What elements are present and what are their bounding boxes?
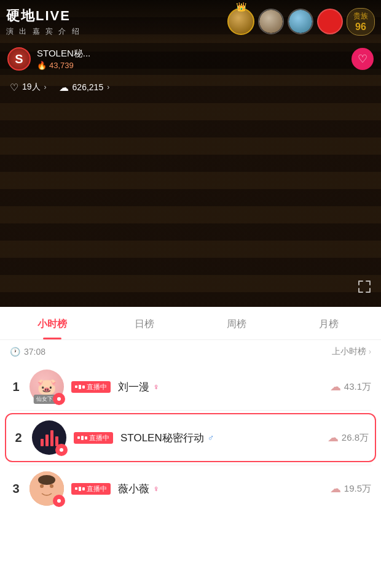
heart-icon: ♡ <box>358 52 367 66</box>
tab-hourly[interactable]: 小时榜 <box>6 307 98 339</box>
gender-icon-3: ♀ <box>153 484 160 493</box>
score-value-1: 43.1万 <box>344 381 371 393</box>
cloud-stat-icon: ☁ <box>59 82 69 93</box>
crown-icon: 👑 <box>236 2 246 12</box>
score-value-2: 26.8万 <box>342 432 369 444</box>
time-left: 🕐 37:08 <box>10 347 45 357</box>
tab-weekly[interactable]: 周榜 <box>190 307 283 339</box>
rank-mid-2: 直播中 STOLEN秘密行动 ♂ <box>74 431 320 445</box>
time-row: 🕐 37:08 上小时榜 › <box>0 340 381 363</box>
avatar-3[interactable] <box>288 9 313 34</box>
rank-mid-3: 直播中 薇小薇 ♀ <box>71 482 323 496</box>
avatar-3-img <box>289 10 312 33</box>
cloud-score-icon-1: ☁ <box>330 380 341 393</box>
tab-monthly[interactable]: 月榜 <box>283 307 375 339</box>
live-tag-1: 直播中 <box>71 381 111 393</box>
rank-list: 1 🐷 仙女下... 直播中 刘一漫 ♀ ☁ <box>0 363 381 512</box>
live-tag-text-2: 直播中 <box>89 433 109 443</box>
svg-rect-3 <box>50 430 53 446</box>
tab-monthly-label: 月榜 <box>319 319 339 329</box>
gender-icon-1: ♀ <box>153 382 160 392</box>
top-right-icons: 👑 贵族 96 <box>227 8 375 36</box>
fans-arrow: › <box>44 83 47 91</box>
rank-name-1: 刘一漫 <box>118 380 149 394</box>
top-bar: 硬地LIVE 演 出 嘉 宾 介 绍 👑 贵族 96 <box>0 0 381 43</box>
svg-point-0 <box>57 397 61 401</box>
rank-number-2: 2 <box>12 431 25 445</box>
avatar-gold <box>227 8 254 35</box>
live-tag-2: 直播中 <box>74 432 113 444</box>
cloud-score-icon-2: ☁ <box>328 431 339 444</box>
rank-avatar-1: 🐷 仙女下... <box>29 369 64 404</box>
svg-rect-2 <box>45 435 49 446</box>
streamer-avatar[interactable]: S <box>7 47 31 71</box>
views-stat[interactable]: ☁ 626,215 › <box>59 82 110 93</box>
heart-stat-icon: ♡ <box>10 82 18 93</box>
clock-icon: 🕐 <box>10 347 20 357</box>
live-tag-3: 直播中 <box>71 483 111 495</box>
rank-name-row-2: 直播中 STOLEN秘密行动 ♂ <box>74 431 320 445</box>
rank-name-row-1: 直播中 刘一漫 ♀ <box>71 380 323 394</box>
streamer-info: STOLEN秘... 🔥 43,739 <box>37 48 345 70</box>
rank-item-3[interactable]: 3 <box>0 465 381 512</box>
svg-rect-1 <box>41 439 44 446</box>
noble-badge[interactable]: 贵族 96 <box>347 8 375 36</box>
rank-number-1: 1 <box>10 380 22 394</box>
rank-name-row-3: 直播中 薇小薇 ♀ <box>71 482 323 496</box>
live-title: 硬地LIVE <box>6 7 81 25</box>
tabs: 小时榜 日榜 周榜 月榜 <box>0 307 381 340</box>
countdown-time: 37:08 <box>24 347 45 357</box>
rank-number-3: 3 <box>10 482 22 496</box>
rank-score-3: ☁ 19.5万 <box>330 482 371 495</box>
divider-1 <box>10 410 371 411</box>
tab-daily-label: 日榜 <box>135 319 154 329</box>
bottom-panel: 小时榜 日榜 周榜 月榜 🕐 37:08 上小时榜 › 1 🐷 仙女下... <box>0 307 381 588</box>
stats-bar: ♡ 19人 › ☁ 626,215 › <box>0 75 381 99</box>
avatar-2-img <box>259 10 283 33</box>
tab-weekly-label: 周榜 <box>227 319 246 329</box>
last-hour-button[interactable]: 上小时榜 › <box>332 346 371 357</box>
gender-icon-2: ♂ <box>208 433 214 443</box>
score-value-3: 19.5万 <box>344 483 371 495</box>
live-btn-1 <box>53 393 65 405</box>
live-tag-text-1: 直播中 <box>87 382 107 392</box>
cloud-score-icon-3: ☁ <box>330 482 341 495</box>
fans-stat[interactable]: ♡ 19人 › <box>10 82 47 93</box>
noble-number: 96 <box>355 21 366 33</box>
avatar-red[interactable] <box>317 9 343 34</box>
views-count: 626,215 <box>73 82 104 92</box>
rank-mid-1: 直播中 刘一漫 ♀ <box>71 380 323 394</box>
rank-avatar-2 <box>32 420 66 455</box>
rank-score-1: ☁ 43.1万 <box>330 380 371 393</box>
noble-label: 贵族 <box>353 11 368 21</box>
live-btn-2 <box>55 444 68 456</box>
rank-score-2: ☁ 26.8万 <box>328 431 369 444</box>
app-title-text: 硬地LIVE <box>6 8 71 23</box>
follow-button[interactable]: ♡ <box>352 48 374 70</box>
last-hour-label: 上小时榜 <box>332 346 366 357</box>
avatar-2[interactable] <box>258 9 284 34</box>
chevron-right-icon: › <box>369 347 371 356</box>
streamer-bar: S STOLEN秘... 🔥 43,739 ♡ <box>0 43 381 75</box>
fans-count: 19人 <box>22 82 41 93</box>
live-btn-3 <box>53 495 65 507</box>
views-arrow: › <box>107 83 109 91</box>
title-area: 硬地LIVE 演 出 嘉 宾 介 绍 <box>6 7 81 37</box>
crowned-avatar[interactable]: 👑 <box>227 8 254 35</box>
video-area: 硬地LIVE 演 出 嘉 宾 介 绍 👑 贵族 96 <box>0 0 381 307</box>
rank-item-1[interactable]: 1 🐷 仙女下... 直播中 刘一漫 ♀ ☁ <box>0 363 381 410</box>
tab-hourly-label: 小时榜 <box>37 319 67 329</box>
rank-name-2: STOLEN秘密行动 <box>120 431 204 445</box>
subtitle: 演 出 嘉 宾 介 绍 <box>6 26 81 37</box>
tab-daily[interactable]: 日榜 <box>98 307 190 339</box>
svg-point-9 <box>38 475 55 485</box>
streamer-name: STOLEN秘... <box>37 48 345 60</box>
svg-point-5 <box>60 448 63 452</box>
svg-point-8 <box>50 484 53 488</box>
rank-item-2[interactable]: 2 <box>5 413 376 462</box>
fire-icon: 🔥 <box>37 61 47 70</box>
hot-number: 43,739 <box>49 61 74 70</box>
fullscreen-button[interactable] <box>358 280 371 297</box>
svg-point-7 <box>40 484 44 488</box>
rank-name-3: 薇小薇 <box>118 482 149 496</box>
